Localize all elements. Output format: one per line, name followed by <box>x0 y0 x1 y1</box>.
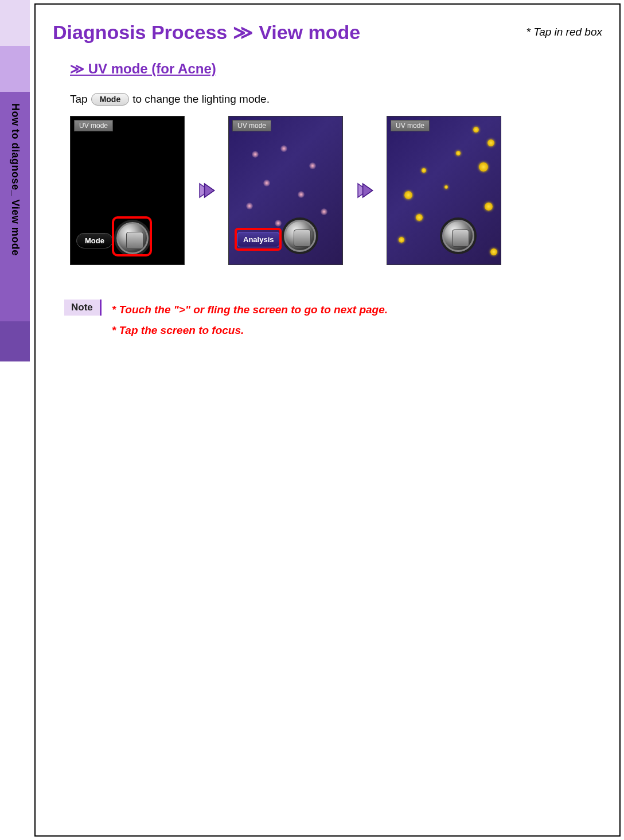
acne-dot <box>246 203 253 209</box>
mode-button[interactable]: Mode <box>76 233 113 248</box>
manual-page: How to diagnose_ View mode Diagnosis Pro… <box>0 0 624 840</box>
acne-mark <box>444 185 448 189</box>
acne-mark <box>404 191 412 199</box>
side-tab-2[interactable] <box>0 46 30 92</box>
acne-mark <box>399 237 404 243</box>
svg-marker-1 <box>205 184 214 197</box>
acne-dot <box>280 145 287 152</box>
acne-dot <box>275 220 282 227</box>
acne-mark <box>416 214 423 221</box>
instruction-pre: Tap <box>70 93 88 106</box>
instruction-post: to change the lighting mode. <box>132 93 270 106</box>
uv-mode-badge: UV mode <box>74 120 113 131</box>
next-arrow-icon <box>353 179 376 202</box>
side-tab-active[interactable]: How to diagnose_ View mode <box>0 92 30 321</box>
acne-dot <box>263 180 270 186</box>
capture-button[interactable] <box>284 220 316 252</box>
red-highlight-box <box>112 216 152 256</box>
acne-mark <box>456 151 461 155</box>
screens-row: UV mode Mode UV mode <box>70 116 602 265</box>
note-text: * Touch the ">" or fling the screen to g… <box>112 300 388 341</box>
note-label: Note <box>64 300 102 316</box>
uv-mode-badge: UV mode <box>391 120 430 131</box>
acne-dot <box>321 208 327 215</box>
acne-mark <box>485 203 493 211</box>
note-line: * Touch the ">" or fling the screen to g… <box>112 300 388 320</box>
uv-mode-badge: UV mode <box>232 120 271 131</box>
acne-mark <box>487 139 494 146</box>
capture-button[interactable] <box>442 220 474 252</box>
note-line: * Tap the screen to focus. <box>112 320 388 341</box>
acne-dot <box>309 162 316 169</box>
svg-marker-3 <box>363 184 373 197</box>
instruction-line: Tap Mode to change the lighting mode. <box>70 93 602 106</box>
next-arrow-icon <box>195 179 218 202</box>
content-frame: Diagnosis Process ≫ View mode * Tap in r… <box>34 3 621 837</box>
side-tab-4[interactable] <box>0 321 30 361</box>
acne-dot <box>298 191 305 198</box>
mode-button-example: Mode <box>91 93 130 106</box>
screen-2: UV mode Analysis <box>228 116 343 265</box>
note-block: Note * Touch the ">" or fling the screen… <box>64 300 602 341</box>
side-tabs: How to diagnose_ View mode <box>0 0 30 840</box>
side-tab-label: How to diagnose_ View mode <box>9 103 21 256</box>
screen-3: UV mode <box>387 116 501 265</box>
acne-dot <box>252 151 259 158</box>
header-row: Diagnosis Process ≫ View mode * Tap in r… <box>53 21 602 44</box>
section-subtitle: ≫ UV mode (for Acne) <box>70 61 602 77</box>
side-tab-1[interactable] <box>0 0 30 46</box>
acne-mark <box>479 162 488 172</box>
page-title: Diagnosis Process ≫ View mode <box>53 21 360 44</box>
red-highlight-box <box>235 228 282 251</box>
screen-1: UV mode Mode <box>70 116 185 265</box>
acne-mark <box>422 168 426 173</box>
header-hint: * Tap in red box <box>526 26 602 38</box>
acne-mark <box>473 127 479 133</box>
acne-mark <box>490 248 497 255</box>
